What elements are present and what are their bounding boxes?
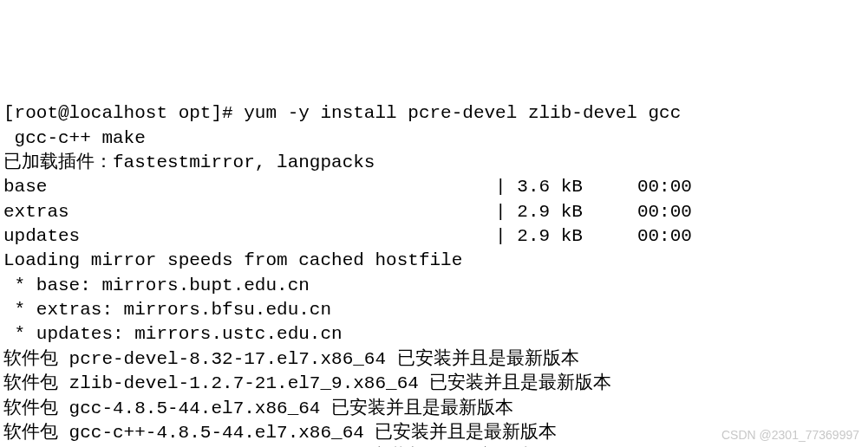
terminal-output: [root@localhost opt]# yum -y install pcr… <box>3 101 865 447</box>
watermark: CSDN @2301_77369997 <box>721 427 859 444</box>
